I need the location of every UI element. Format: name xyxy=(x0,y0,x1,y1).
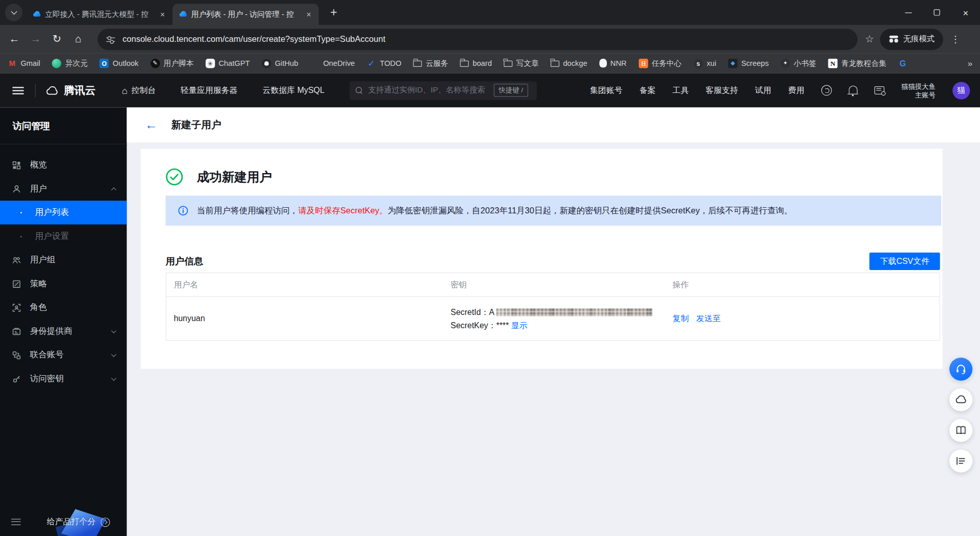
browser-menu-icon[interactable]: ⋮ xyxy=(951,34,960,45)
book-icon xyxy=(955,424,967,436)
customer-service-button[interactable] xyxy=(949,357,972,380)
nav-icp[interactable]: 备案 xyxy=(640,85,656,96)
show-secret-link[interactable]: 显示 xyxy=(511,321,527,330)
voice-assist-icon[interactable] xyxy=(821,85,832,96)
bookmark-screeps[interactable]: Screeps xyxy=(728,58,769,67)
actions-cell: 复制 发送至 xyxy=(665,313,940,324)
bookmark-folder-cloud[interactable]: 云服务 xyxy=(413,58,449,68)
bookmark-outlook[interactable]: Outlook xyxy=(100,58,138,67)
copy-link[interactable]: 复制 xyxy=(673,313,689,324)
back-icon[interactable]: ← xyxy=(4,33,25,45)
bookmark-folder-board[interactable]: board xyxy=(460,59,492,67)
products-menu-icon[interactable] xyxy=(12,87,23,94)
account-name: 猫猫摸大鱼 xyxy=(901,82,936,90)
sidebar-item-identity-providers[interactable]: 身份提供商 xyxy=(0,320,127,344)
success-check-icon xyxy=(165,168,183,185)
bookmark-github[interactable]: GitHub xyxy=(262,58,298,67)
bookmark-bookmarklet[interactable]: 小书签 xyxy=(780,58,816,68)
bell-icon[interactable] xyxy=(849,86,857,94)
nav-support[interactable]: 客服支持 xyxy=(705,85,738,96)
google-icon xyxy=(898,58,908,67)
forward-icon[interactable]: → xyxy=(25,33,46,45)
bookmark-chatgpt[interactable]: ChatGPT xyxy=(205,58,250,67)
home-icon: ⌂ xyxy=(122,85,128,96)
nav-console[interactable]: ⌂控制台 xyxy=(122,85,156,96)
headset-icon xyxy=(955,363,967,375)
bookmark-qinglong[interactable]: 青龙教程合集 xyxy=(828,58,886,68)
rate-product-link[interactable]: 给产品打个分 xyxy=(47,516,110,527)
minimize-button[interactable] xyxy=(894,0,922,25)
browser-tab-strip: 立即接入 - 腾讯混元大模型 - 控 × 用户列表 - 用户 - 访问管理 - … xyxy=(0,0,980,25)
incognito-badge: 无痕模式 xyxy=(880,29,944,50)
close-button[interactable]: × xyxy=(951,0,980,25)
nav-trial[interactable]: 试用 xyxy=(755,85,771,96)
nav-mysql[interactable]: 云数据库 MySQL xyxy=(262,85,324,96)
account-info[interactable]: 猫猫摸大鱼 主账号 xyxy=(901,82,936,99)
sidebar-title: 访问管理 xyxy=(0,108,127,144)
identity-card-icon xyxy=(11,326,21,336)
download-csv-button[interactable]: 下载CSV文件 xyxy=(870,253,940,270)
bookmark-google[interactable] xyxy=(898,58,912,67)
nav-tools[interactable]: 工具 xyxy=(673,85,689,96)
nav-billing[interactable]: 费用 xyxy=(788,85,804,96)
collapse-sidebar-icon[interactable] xyxy=(11,519,20,525)
cloud-assistant-button[interactable] xyxy=(949,388,972,411)
sidebar-item-access-keys[interactable]: 访问密钥 xyxy=(0,367,127,391)
bookmark-xui[interactable]: xui xyxy=(694,58,717,67)
tab-search-button[interactable] xyxy=(5,4,22,21)
tab-title: 用户列表 - 用户 - 访问管理 - 控 xyxy=(191,9,300,20)
bookmark-userscript[interactable]: 用户脚本 xyxy=(151,58,193,68)
search-placeholder: 支持通过实例ID、IP、名称等搜索 xyxy=(368,85,485,96)
docs-button[interactable] xyxy=(949,419,972,442)
console-search-box[interactable]: 支持通过实例ID、IP、名称等搜索 快捷键 / xyxy=(350,81,537,100)
nav-lighthouse[interactable]: 轻量应用服务器 xyxy=(181,85,237,96)
sidebar-item-user-list[interactable]: · 用户列表 xyxy=(0,201,127,225)
send-to-link[interactable]: 发送至 xyxy=(696,313,721,324)
console-settings-icon[interactable] xyxy=(874,86,885,94)
home-icon[interactable]: ⌂ xyxy=(67,33,89,45)
bookmark-onedrive[interactable]: OneDrive xyxy=(310,58,355,67)
secret-cell: SecretId：A SecretKey：**** 显示 xyxy=(443,305,665,331)
page-header: ← 新建子用户 xyxy=(127,108,980,143)
sidebar-item-overview[interactable]: 概览 xyxy=(0,153,127,177)
redacted-secret-id xyxy=(496,308,652,316)
bookmarks-overflow-icon[interactable]: » xyxy=(968,58,973,68)
bookmark-folder-write[interactable]: 写文章 xyxy=(504,58,539,68)
sidebar-item-roles[interactable]: 角色 xyxy=(0,296,127,320)
grid-icon xyxy=(11,160,21,170)
floating-toolbar xyxy=(949,357,972,472)
tencent-cloud-logo[interactable]: 腾讯云 xyxy=(45,83,95,98)
tab-close-icon[interactable]: × xyxy=(304,10,314,19)
sidebar: 访问管理 概览 用户 · 用户列表 · 用户设置 xyxy=(0,108,127,536)
sidebar-item-user-groups[interactable]: 用户组 xyxy=(0,248,127,272)
bookmark-todo[interactable]: TODO xyxy=(366,58,401,67)
tab-close-icon[interactable]: × xyxy=(158,10,168,19)
sidebar-item-users[interactable]: 用户 xyxy=(0,177,127,201)
bookmark-acg[interactable]: 异次元 xyxy=(52,58,88,68)
site-info-icon[interactable] xyxy=(106,36,115,42)
sidebar-item-policies[interactable]: 策略 xyxy=(0,272,127,296)
sidebar-item-user-settings[interactable]: · 用户设置 xyxy=(0,225,127,249)
avatar[interactable]: 猫 xyxy=(952,82,970,99)
bookmark-star-icon[interactable]: ☆ xyxy=(865,33,874,45)
survey-button[interactable] xyxy=(949,449,972,472)
maximize-button[interactable] xyxy=(922,0,951,25)
sidebar-item-federated-accounts[interactable]: 联合账号 xyxy=(0,343,127,367)
column-header-actions: 操作 xyxy=(665,279,940,290)
url-text[interactable]: console.cloud.tencent.com/cam/user/creat… xyxy=(122,34,385,43)
nav-org-account[interactable]: 集团账号 xyxy=(590,85,623,96)
tab-title: 立即接入 - 腾讯混元大模型 - 控 xyxy=(45,9,154,20)
back-arrow-icon[interactable]: ← xyxy=(145,119,157,131)
address-bar[interactable]: console.cloud.tencent.com/cam/user/creat… xyxy=(97,29,857,50)
bookmark-gmail[interactable]: Gmail xyxy=(8,58,40,67)
browser-tab-hunyuan[interactable]: 立即接入 - 腾讯混元大模型 - 控 × xyxy=(26,4,173,25)
reload-icon[interactable]: ↻ xyxy=(46,33,68,46)
notion-icon xyxy=(828,58,837,67)
bookmark-folder-dockge[interactable]: dockge xyxy=(551,59,587,67)
bookmark-tasks[interactable]: 任务中心 xyxy=(639,58,681,68)
gem-icon xyxy=(728,58,737,67)
bookmark-nnr[interactable]: NNR xyxy=(599,59,627,67)
shortcut-badge: 快捷键 / xyxy=(494,84,528,97)
browser-tab-user-list[interactable]: 用户列表 - 用户 - 访问管理 - 控 × xyxy=(173,4,319,25)
new-tab-button[interactable]: + xyxy=(325,4,342,21)
